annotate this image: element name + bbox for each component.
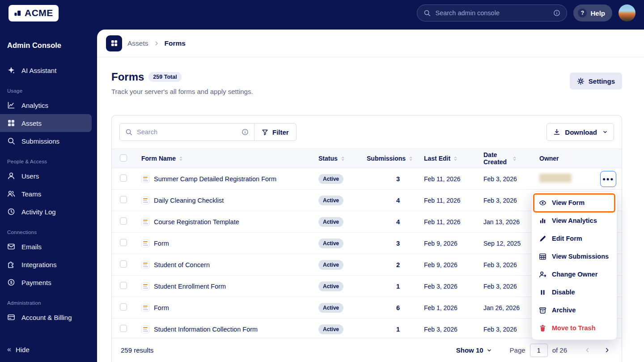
menu-item-change-owner[interactable]: Change Owner — [532, 265, 617, 283]
col-last-edit[interactable]: Last Edit — [416, 155, 475, 162]
menu-item-disable[interactable]: Disable — [532, 283, 617, 301]
col-status[interactable]: Status — [318, 155, 367, 162]
select-all-checkbox[interactable] — [120, 154, 127, 162]
total-badge: 259 Total — [148, 72, 181, 82]
sort-icon — [408, 155, 413, 162]
info-icon[interactable] — [553, 9, 560, 17]
row-checkbox[interactable] — [120, 282, 127, 289]
collapse-icon: « — [7, 345, 10, 353]
col-date-created[interactable]: Date Created — [475, 151, 531, 166]
sidebar-item-analytics[interactable]: Analytics — [0, 96, 92, 114]
sort-icon — [340, 155, 345, 162]
page-label: Page — [510, 346, 525, 354]
col-form-name[interactable]: Form Name — [133, 155, 318, 162]
sidebar-item-emails[interactable]: Emails — [0, 238, 92, 256]
next-page-button[interactable] — [600, 344, 614, 357]
download-button[interactable]: Download — [547, 123, 614, 141]
info-icon[interactable] — [242, 128, 249, 136]
form-name: Daily Cleaning Checklist — [154, 197, 224, 204]
row-more-button[interactable]: ●●● — [600, 171, 616, 187]
status-badge: Active — [318, 217, 343, 227]
assets-icon — [106, 35, 122, 51]
submissions-count: 3 — [367, 240, 416, 247]
sidebar-item-ai-assistant[interactable]: AI Assistant — [0, 61, 92, 79]
row-checkbox[interactable] — [120, 303, 127, 311]
menu-item-edit-form[interactable]: Edit Form — [532, 230, 617, 247]
breadcrumb-assets[interactable]: Assets — [127, 39, 148, 47]
sidebar-item-users[interactable]: Users — [0, 167, 92, 185]
date-created: Feb 3, 2026 — [475, 283, 531, 290]
row-checkbox[interactable] — [120, 325, 127, 332]
sort-icon — [178, 155, 183, 162]
table-row[interactable]: Summer Camp Detailed Registration Form A… — [112, 168, 622, 190]
menu-item-view-submissions[interactable]: View Submissions — [532, 247, 617, 265]
page-input[interactable] — [530, 344, 548, 357]
row-checkbox[interactable] — [120, 217, 127, 225]
table-search[interactable] — [119, 123, 254, 141]
last-edit: Feb 9, 2026 — [416, 261, 475, 268]
row-checkbox[interactable] — [120, 260, 127, 268]
form-name: Course Registration Template — [154, 218, 239, 226]
menu-item-move-to-trash[interactable]: Move to Trash — [532, 319, 617, 337]
table-footer: 259 results Show 10 Page of 26 — [112, 338, 622, 362]
page-size-select[interactable]: Show 10 — [456, 346, 492, 354]
archive-icon — [539, 307, 547, 314]
submissions-count: 4 — [367, 218, 416, 226]
form-icon — [141, 196, 149, 204]
row-checkbox[interactable] — [120, 196, 127, 203]
chevron-left-icon — [585, 347, 590, 353]
acme-logo[interactable]: ACME — [8, 5, 59, 21]
sidebar-item-account-billing[interactable]: Account & Billing — [0, 308, 92, 326]
row-checkbox[interactable] — [120, 239, 127, 246]
submissions-count: 1 — [367, 326, 416, 333]
last-edit: Feb 1, 2026 — [416, 304, 475, 311]
sidebar-item-integrations[interactable]: Integrations — [0, 256, 92, 273]
sidebar-section-people: People & Access — [0, 150, 97, 167]
menu-item-archive[interactable]: Archive — [532, 301, 617, 319]
user-icon — [7, 172, 15, 180]
submissions-count: 4 — [367, 197, 416, 204]
sidebar-item-activity-log[interactable]: Activity Log — [0, 203, 92, 221]
prev-page-button[interactable] — [580, 344, 594, 357]
col-submissions[interactable]: Submissions — [367, 155, 416, 162]
search-icon — [424, 9, 431, 17]
table-search-input[interactable] — [137, 128, 237, 136]
page-title: Forms — [111, 71, 144, 83]
filter-button[interactable]: Filter — [254, 123, 297, 141]
download-icon — [553, 128, 560, 136]
form-name: Summer Camp Detailed Registration Form — [154, 175, 276, 183]
sidebar-item-teams[interactable]: Teams — [0, 185, 92, 203]
row-checkbox[interactable] — [120, 175, 127, 182]
submissions-count: 3 — [367, 175, 416, 183]
table-icon — [539, 253, 547, 260]
sidebar-item-assets[interactable]: Assets — [0, 114, 92, 132]
form-name: Form — [154, 304, 169, 311]
grid-icon — [7, 119, 15, 127]
menu-item-view-analytics[interactable]: View Analytics — [532, 212, 617, 230]
date-created: Jan 26, 2026 — [475, 304, 531, 311]
sidebar-item-submissions[interactable]: Submissions — [0, 132, 92, 150]
global-search-input[interactable] — [435, 9, 549, 17]
sidebar-item-payments[interactable]: Payments — [0, 273, 92, 291]
submissions-count: 2 — [367, 261, 416, 268]
help-button[interactable]: ? Help — [573, 4, 612, 21]
envelope-icon — [7, 243, 15, 251]
form-icon — [141, 239, 149, 247]
global-search[interactable] — [417, 4, 567, 21]
sparkle-icon — [7, 66, 15, 74]
form-name: Student Information Collection Form — [154, 326, 258, 333]
menu-item-view-form[interactable]: View Form — [532, 194, 617, 212]
col-owner[interactable]: Owner — [531, 155, 594, 162]
last-edit: Feb 11, 2026 — [416, 218, 475, 226]
results-count: 259 results — [121, 346, 153, 354]
sidebar-hide-button[interactable]: « Hide — [0, 341, 37, 358]
status-badge: Active — [318, 281, 343, 291]
breadcrumb: Assets Forms — [97, 30, 644, 57]
settings-button[interactable]: Settings — [570, 72, 622, 89]
help-label: Help — [590, 9, 605, 17]
date-created: Sep 12, 2025 — [475, 240, 531, 247]
form-icon — [141, 261, 149, 269]
avatar[interactable] — [619, 4, 636, 21]
date-created: Feb 3, 2026 — [475, 326, 531, 333]
sidebar-title: Admin Console — [0, 38, 97, 53]
